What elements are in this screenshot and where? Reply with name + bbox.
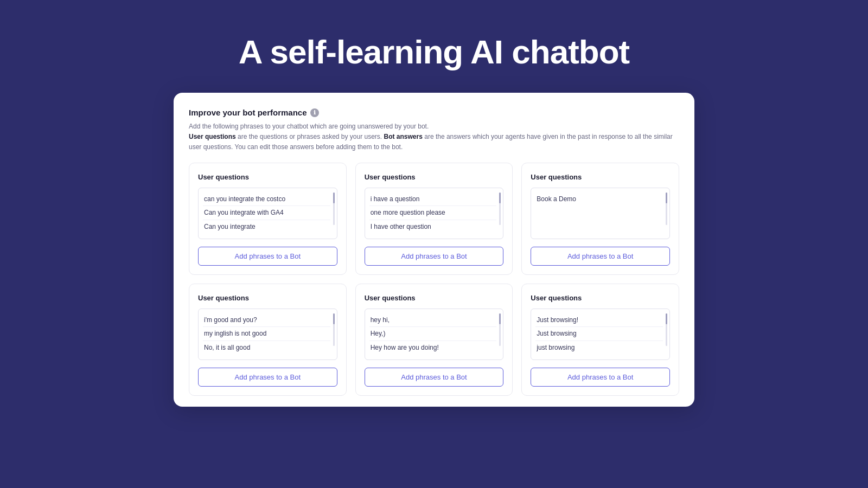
- add-phrases-button-2[interactable]: Add phrases to a Bot: [365, 247, 504, 266]
- question-card-1: User questionscan you integrate the cost…: [189, 163, 347, 275]
- phrase-item-5-3: Hey how are you doing!: [369, 341, 497, 355]
- card-header-description: Add the following phrases to your chatbo…: [189, 121, 679, 153]
- question-card-5: User questionshey hi,Hey,)Hey how are yo…: [355, 284, 513, 396]
- phrases-box-2: i have a questionone more question pleas…: [365, 188, 504, 239]
- question-card-title-1: User questions: [198, 173, 337, 181]
- question-card-title-6: User questions: [531, 294, 670, 302]
- phrase-item-1-2: Can you integrate with GA4: [203, 206, 330, 220]
- add-phrases-button-3[interactable]: Add phrases to a Bot: [531, 247, 670, 266]
- phrases-box-4: i'm good and you?my inglish is not goodN…: [198, 309, 337, 360]
- phrases-box-1: can you integrate the costcoCan you inte…: [198, 188, 337, 239]
- desc-bold1: User questions: [189, 133, 236, 140]
- question-card-title-4: User questions: [198, 294, 337, 302]
- phrase-item-6-1: Just browsing!: [535, 313, 663, 328]
- phrase-item-6-2: Just browsing: [535, 327, 663, 341]
- question-card-title-3: User questions: [531, 173, 670, 181]
- question-card-title-2: User questions: [365, 173, 504, 181]
- phrase-item-1-3: Can you integrate: [203, 220, 330, 234]
- phrase-item-4-3: No, it is all good: [203, 341, 330, 355]
- add-phrases-button-6[interactable]: Add phrases to a Bot: [531, 368, 670, 387]
- phrase-item-1-1: can you integrate the costco: [203, 192, 330, 207]
- desc-line1: Add the following phrases to your chatbo…: [189, 123, 429, 130]
- phrases-box-3: Book a Demo: [531, 188, 670, 239]
- question-card-4: User questionsi'm good and you?my inglis…: [189, 284, 347, 396]
- question-card-3: User questionsBook a DemoAdd phrases to …: [521, 163, 679, 275]
- phrase-item-4-2: my inglish is not good: [203, 327, 330, 341]
- phrase-item-6-3: just browsing: [535, 341, 663, 355]
- question-cards-grid: User questionscan you integrate the cost…: [189, 163, 679, 396]
- desc-bold2: Bot answers: [384, 133, 423, 140]
- phrase-item-3-1: Book a Demo: [535, 192, 663, 206]
- phrase-item-5-1: hey hi,: [369, 313, 497, 328]
- page-title: A self-learning AI chatbot: [239, 33, 629, 71]
- card-header: Improve your bot performance ℹ Add the f…: [189, 108, 679, 153]
- question-card-6: User questionsJust browsing!Just browsin…: [521, 284, 679, 396]
- phrase-item-2-3: I have other question: [369, 220, 497, 234]
- phrase-item-2-2: one more question please: [369, 206, 497, 220]
- card-header-title: Improve your bot performance ℹ: [189, 108, 679, 117]
- desc-mid1: are the questions or phrases asked by yo…: [236, 133, 384, 140]
- phrase-item-2-1: i have a question: [369, 192, 497, 207]
- add-phrases-button-5[interactable]: Add phrases to a Bot: [365, 368, 504, 387]
- add-phrases-button-1[interactable]: Add phrases to a Bot: [198, 247, 337, 266]
- question-card-title-5: User questions: [365, 294, 504, 302]
- phrase-item-4-1: i'm good and you?: [203, 313, 330, 328]
- improve-bot-title: Improve your bot performance: [189, 108, 307, 117]
- info-icon[interactable]: ℹ: [310, 108, 319, 117]
- main-card: Improve your bot performance ℹ Add the f…: [174, 93, 694, 407]
- add-phrases-button-4[interactable]: Add phrases to a Bot: [198, 368, 337, 387]
- phrase-item-5-2: Hey,): [369, 327, 497, 341]
- phrases-box-5: hey hi,Hey,)Hey how are you doing!: [365, 309, 504, 360]
- question-card-2: User questionsi have a questionone more …: [355, 163, 513, 275]
- phrases-box-6: Just browsing!Just browsingjust browsing: [531, 309, 670, 360]
